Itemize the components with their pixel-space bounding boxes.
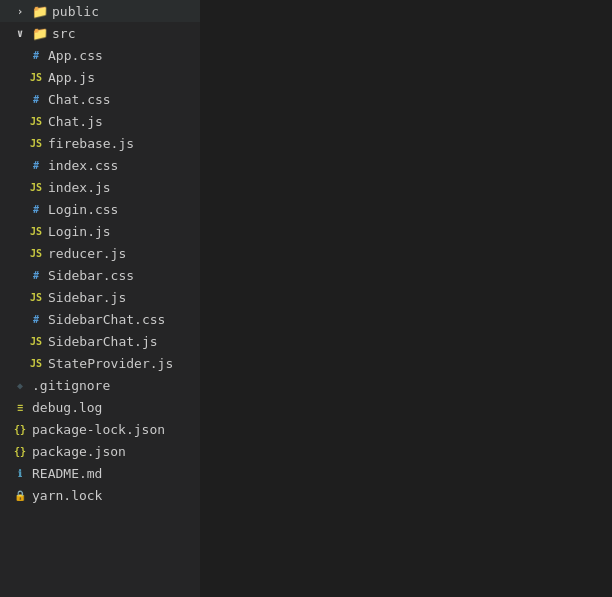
file-label: debug.log (32, 400, 102, 415)
tree-item-SidebarChat.js[interactable]: JS SidebarChat.js (0, 330, 200, 352)
file-label: Chat.js (48, 114, 103, 129)
file-type-icon: # (28, 157, 44, 173)
tree-item-firebase.js[interactable]: JS firebase.js (0, 132, 200, 154)
tree-item-package.json[interactable]: {} package.json (0, 440, 200, 462)
file-type-icon: JS (28, 135, 44, 151)
tree-item-public[interactable]: › 📁 public (0, 0, 200, 22)
chevron-right-icon: › (12, 3, 28, 19)
folder-label: public (52, 4, 99, 19)
tree-item-Chat.css[interactable]: # Chat.css (0, 88, 200, 110)
file-type-icon: 🔒 (12, 487, 28, 503)
tree-item-package-lock.json[interactable]: {} package-lock.json (0, 418, 200, 440)
tree-item-index.css[interactable]: # index.css (0, 154, 200, 176)
file-label: App.js (48, 70, 95, 85)
file-label: Sidebar.js (48, 290, 126, 305)
folder-label: src (52, 26, 75, 41)
tree-item-src[interactable]: ∨ 📁 src (0, 22, 200, 44)
file-label: yarn.lock (32, 488, 102, 503)
file-type-icon: {} (12, 443, 28, 459)
file-label: SidebarChat.js (48, 334, 158, 349)
file-type-icon: # (28, 201, 44, 217)
tree-item-App.js[interactable]: JS App.js (0, 66, 200, 88)
file-type-icon: JS (28, 333, 44, 349)
tree-item-Sidebar.js[interactable]: JS Sidebar.js (0, 286, 200, 308)
tree-item-yarn.lock[interactable]: 🔒 yarn.lock (0, 484, 200, 506)
file-type-icon: ◆ (12, 377, 28, 393)
file-label: SidebarChat.css (48, 312, 165, 327)
tree-item-index.js[interactable]: JS index.js (0, 176, 200, 198)
file-type-icon: JS (28, 355, 44, 371)
file-label: package-lock.json (32, 422, 165, 437)
file-label: Login.css (48, 202, 118, 217)
tree-item-Chat.js[interactable]: JS Chat.js (0, 110, 200, 132)
file-label: README.md (32, 466, 102, 481)
file-type-icon: # (28, 267, 44, 283)
tree-item-reducer.js[interactable]: JS reducer.js (0, 242, 200, 264)
file-type-icon: JS (28, 179, 44, 195)
file-type-icon: JS (28, 113, 44, 129)
file-label: App.css (48, 48, 103, 63)
editor-area (200, 0, 612, 597)
tree-item-Sidebar.css[interactable]: # Sidebar.css (0, 264, 200, 286)
chevron-down-icon: ∨ (12, 25, 28, 41)
file-type-icon: # (28, 91, 44, 107)
file-label: index.js (48, 180, 111, 195)
tree-item-StateProvider.js[interactable]: JS StateProvider.js (0, 352, 200, 374)
file-type-icon: JS (28, 245, 44, 261)
tree-item-README.md[interactable]: ℹ README.md (0, 462, 200, 484)
folder-icon: 📁 (32, 25, 48, 41)
file-explorer[interactable]: › 📁 public ∨ 📁 src # App.css JS App.js (0, 0, 200, 597)
tree-item-Login.css[interactable]: # Login.css (0, 198, 200, 220)
file-label: StateProvider.js (48, 356, 173, 371)
file-type-icon: {} (12, 421, 28, 437)
tree-item-SidebarChat.css[interactable]: # SidebarChat.css (0, 308, 200, 330)
tree-item-Login.js[interactable]: JS Login.js (0, 220, 200, 242)
file-type-icon: ℹ (12, 465, 28, 481)
file-label: .gitignore (32, 378, 110, 393)
file-label: firebase.js (48, 136, 134, 151)
folder-icon: 📁 (32, 3, 48, 19)
file-type-icon: JS (28, 289, 44, 305)
file-label: package.json (32, 444, 126, 459)
file-label: index.css (48, 158, 118, 173)
tree-item-.gitignore[interactable]: ◆ .gitignore (0, 374, 200, 396)
tree-item-App.css[interactable]: # App.css (0, 44, 200, 66)
file-label: reducer.js (48, 246, 126, 261)
file-label: Login.js (48, 224, 111, 239)
file-type-icon: # (28, 47, 44, 63)
tree-item-debug.log[interactable]: ≡ debug.log (0, 396, 200, 418)
file-type-icon: # (28, 311, 44, 327)
file-type-icon: JS (28, 69, 44, 85)
file-type-icon: ≡ (12, 399, 28, 415)
file-label: Sidebar.css (48, 268, 134, 283)
file-label: Chat.css (48, 92, 111, 107)
file-type-icon: JS (28, 223, 44, 239)
